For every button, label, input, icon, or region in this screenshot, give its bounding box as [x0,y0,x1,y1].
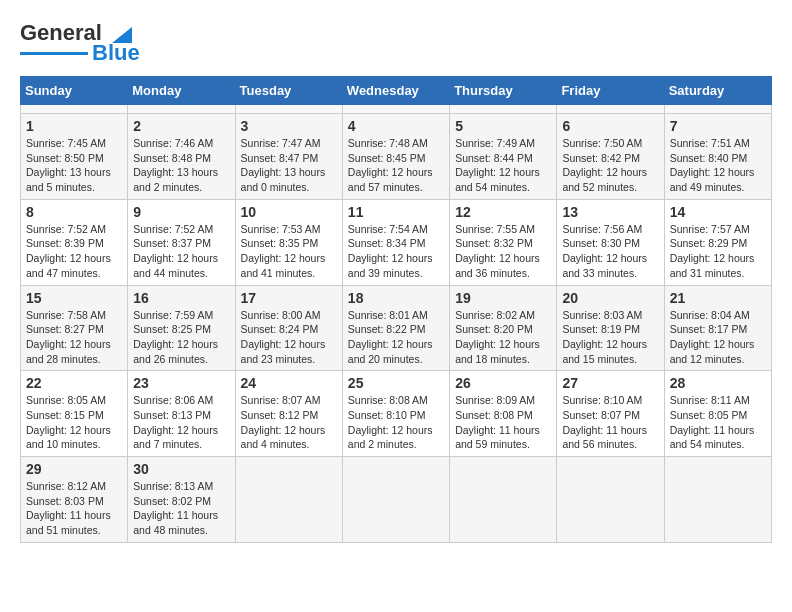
calendar-cell: 30 Sunrise: 8:13 AMSunset: 8:02 PMDaylig… [128,457,235,543]
calendar-cell: 1 Sunrise: 7:45 AMSunset: 8:50 PMDayligh… [21,114,128,200]
day-info: Sunrise: 7:53 AMSunset: 8:35 PMDaylight:… [241,222,337,281]
calendar-cell: 12 Sunrise: 7:55 AMSunset: 8:32 PMDaylig… [450,199,557,285]
calendar-cell: 10 Sunrise: 7:53 AMSunset: 8:35 PMDaylig… [235,199,342,285]
day-info: Sunrise: 8:00 AMSunset: 8:24 PMDaylight:… [241,308,337,367]
calendar-table: SundayMondayTuesdayWednesdayThursdayFrid… [20,76,772,543]
day-header-friday: Friday [557,77,664,105]
day-number: 14 [670,204,766,220]
day-info: Sunrise: 8:11 AMSunset: 8:05 PMDaylight:… [670,393,766,452]
day-number: 22 [26,375,122,391]
week-row: 22 Sunrise: 8:05 AMSunset: 8:15 PMDaylig… [21,371,772,457]
day-info: Sunrise: 7:51 AMSunset: 8:40 PMDaylight:… [670,136,766,195]
calendar-cell: 28 Sunrise: 8:11 AMSunset: 8:05 PMDaylig… [664,371,771,457]
day-number: 28 [670,375,766,391]
day-number: 26 [455,375,551,391]
week-row: 8 Sunrise: 7:52 AMSunset: 8:39 PMDayligh… [21,199,772,285]
day-info: Sunrise: 7:49 AMSunset: 8:44 PMDaylight:… [455,136,551,195]
calendar-cell: 23 Sunrise: 8:06 AMSunset: 8:13 PMDaylig… [128,371,235,457]
calendar-cell: 5 Sunrise: 7:49 AMSunset: 8:44 PMDayligh… [450,114,557,200]
day-number: 16 [133,290,229,306]
day-info: Sunrise: 8:04 AMSunset: 8:17 PMDaylight:… [670,308,766,367]
day-number: 30 [133,461,229,477]
calendar-cell: 4 Sunrise: 7:48 AMSunset: 8:45 PMDayligh… [342,114,449,200]
day-number: 9 [133,204,229,220]
calendar-cell: 29 Sunrise: 8:12 AMSunset: 8:03 PMDaylig… [21,457,128,543]
day-header-wednesday: Wednesday [342,77,449,105]
day-number: 8 [26,204,122,220]
day-header-monday: Monday [128,77,235,105]
day-info: Sunrise: 8:01 AMSunset: 8:22 PMDaylight:… [348,308,444,367]
day-number: 29 [26,461,122,477]
day-info: Sunrise: 7:56 AMSunset: 8:30 PMDaylight:… [562,222,658,281]
day-number: 13 [562,204,658,220]
calendar-cell: 24 Sunrise: 8:07 AMSunset: 8:12 PMDaylig… [235,371,342,457]
calendar-cell: 25 Sunrise: 8:08 AMSunset: 8:10 PMDaylig… [342,371,449,457]
day-number: 7 [670,118,766,134]
logo-underline [20,52,88,55]
day-header-thursday: Thursday [450,77,557,105]
day-number: 1 [26,118,122,134]
day-info: Sunrise: 7:58 AMSunset: 8:27 PMDaylight:… [26,308,122,367]
day-info: Sunrise: 8:06 AMSunset: 8:13 PMDaylight:… [133,393,229,452]
day-header-sunday: Sunday [21,77,128,105]
day-info: Sunrise: 7:55 AMSunset: 8:32 PMDaylight:… [455,222,551,281]
day-number: 6 [562,118,658,134]
day-number: 3 [241,118,337,134]
calendar-cell: 14 Sunrise: 7:57 AMSunset: 8:29 PMDaylig… [664,199,771,285]
calendar-cell [664,105,771,114]
day-info: Sunrise: 7:54 AMSunset: 8:34 PMDaylight:… [348,222,444,281]
day-number: 19 [455,290,551,306]
day-info: Sunrise: 7:57 AMSunset: 8:29 PMDaylight:… [670,222,766,281]
day-info: Sunrise: 8:10 AMSunset: 8:07 PMDaylight:… [562,393,658,452]
calendar-cell [342,105,449,114]
day-info: Sunrise: 7:46 AMSunset: 8:48 PMDaylight:… [133,136,229,195]
day-number: 4 [348,118,444,134]
day-number: 25 [348,375,444,391]
day-number: 15 [26,290,122,306]
day-info: Sunrise: 8:08 AMSunset: 8:10 PMDaylight:… [348,393,444,452]
day-number: 20 [562,290,658,306]
calendar-cell: 20 Sunrise: 8:03 AMSunset: 8:19 PMDaylig… [557,285,664,371]
calendar-cell: 2 Sunrise: 7:46 AMSunset: 8:48 PMDayligh… [128,114,235,200]
day-info: Sunrise: 7:48 AMSunset: 8:45 PMDaylight:… [348,136,444,195]
calendar-cell: 18 Sunrise: 8:01 AMSunset: 8:22 PMDaylig… [342,285,449,371]
calendar-cell: 9 Sunrise: 7:52 AMSunset: 8:37 PMDayligh… [128,199,235,285]
calendar-cell: 26 Sunrise: 8:09 AMSunset: 8:08 PMDaylig… [450,371,557,457]
day-number: 21 [670,290,766,306]
calendar-cell: 7 Sunrise: 7:51 AMSunset: 8:40 PMDayligh… [664,114,771,200]
day-info: Sunrise: 7:50 AMSunset: 8:42 PMDaylight:… [562,136,658,195]
day-number: 27 [562,375,658,391]
week-row [21,105,772,114]
day-info: Sunrise: 7:52 AMSunset: 8:37 PMDaylight:… [133,222,229,281]
calendar-cell [235,105,342,114]
day-info: Sunrise: 7:45 AMSunset: 8:50 PMDaylight:… [26,136,122,195]
day-number: 2 [133,118,229,134]
calendar-cell: 16 Sunrise: 7:59 AMSunset: 8:25 PMDaylig… [128,285,235,371]
calendar-cell: 11 Sunrise: 7:54 AMSunset: 8:34 PMDaylig… [342,199,449,285]
calendar-cell [21,105,128,114]
day-number: 17 [241,290,337,306]
day-header-tuesday: Tuesday [235,77,342,105]
calendar-cell: 22 Sunrise: 8:05 AMSunset: 8:15 PMDaylig… [21,371,128,457]
calendar-cell: 3 Sunrise: 7:47 AMSunset: 8:47 PMDayligh… [235,114,342,200]
header-row: SundayMondayTuesdayWednesdayThursdayFrid… [21,77,772,105]
day-info: Sunrise: 8:02 AMSunset: 8:20 PMDaylight:… [455,308,551,367]
day-info: Sunrise: 8:12 AMSunset: 8:03 PMDaylight:… [26,479,122,538]
calendar-cell [342,457,449,543]
day-info: Sunrise: 8:13 AMSunset: 8:02 PMDaylight:… [133,479,229,538]
calendar-cell: 27 Sunrise: 8:10 AMSunset: 8:07 PMDaylig… [557,371,664,457]
day-info: Sunrise: 8:09 AMSunset: 8:08 PMDaylight:… [455,393,551,452]
day-number: 23 [133,375,229,391]
header: General Blue [20,20,772,66]
logo-blue: Blue [92,40,140,66]
calendar-cell: 8 Sunrise: 7:52 AMSunset: 8:39 PMDayligh… [21,199,128,285]
week-row: 29 Sunrise: 8:12 AMSunset: 8:03 PMDaylig… [21,457,772,543]
day-info: Sunrise: 8:05 AMSunset: 8:15 PMDaylight:… [26,393,122,452]
calendar-cell [450,457,557,543]
day-header-saturday: Saturday [664,77,771,105]
day-info: Sunrise: 7:52 AMSunset: 8:39 PMDaylight:… [26,222,122,281]
calendar-cell [557,457,664,543]
calendar-cell [557,105,664,114]
calendar-cell [664,457,771,543]
calendar-cell [450,105,557,114]
